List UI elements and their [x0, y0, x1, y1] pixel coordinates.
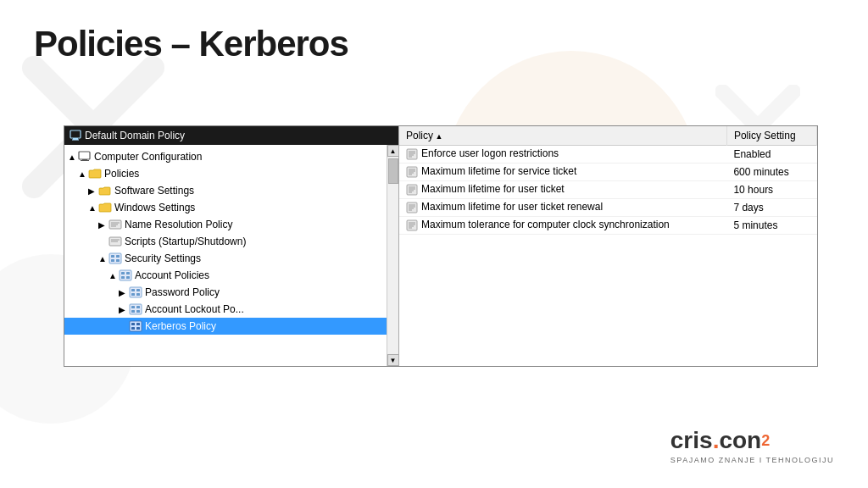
- policies-label: Policies: [104, 168, 139, 180]
- tree-scrollbar[interactable]: ▲ ▼: [387, 145, 398, 366]
- policy-name-cell: Maximum lifetime for service ticket: [399, 163, 726, 180]
- svg-rect-21: [116, 259, 120, 262]
- tree-item-scripts[interactable]: Scripts (Startup/Shutdown): [64, 233, 398, 250]
- tree-item-security-settings[interactable]: ▲ Security Settings: [64, 250, 398, 267]
- arrow-lockout: ▶: [119, 305, 129, 314]
- scrollbar-thumb[interactable]: [388, 158, 398, 184]
- scrollbar-down-arrow[interactable]: ▼: [387, 354, 399, 366]
- policy-row-icon: [406, 184, 418, 196]
- policy-setting-cell: 600 minutes: [726, 163, 816, 180]
- scripts-icon: [108, 236, 122, 247]
- computer-config-icon: [78, 151, 92, 163]
- policy-row-icon: [406, 166, 418, 178]
- svg-rect-31: [136, 293, 140, 296]
- svg-rect-35: [131, 310, 135, 313]
- windows-settings-folder-icon: [98, 202, 112, 214]
- policy-name-cell: Enforce user logon restrictions: [399, 145, 726, 163]
- tree-item-computer-config[interactable]: ▲ Computer Configuration: [64, 148, 398, 165]
- page-title: Policies – Kerberos: [34, 24, 348, 64]
- policy-col-header[interactable]: Policy: [399, 126, 726, 145]
- name-resolution-label: Name Resolution Policy: [125, 219, 232, 230]
- svg-rect-24: [126, 272, 130, 274]
- tree-header-label: Default Domain Policy: [85, 130, 185, 141]
- svg-rect-52: [407, 185, 417, 195]
- policy-table-body: Enforce user logon restrictionsEnabled M…: [399, 145, 817, 234]
- policy-row-icon: [406, 148, 418, 160]
- svg-rect-25: [121, 276, 125, 279]
- account-lockout-label: Account Lockout Po...: [145, 303, 244, 315]
- password-policy-label: Password Policy: [145, 286, 220, 298]
- logo-sup: 2: [761, 432, 770, 450]
- logo-con: con: [719, 427, 761, 454]
- account-policies-label: Account Policies: [135, 269, 209, 281]
- svg-rect-19: [116, 255, 120, 258]
- arrow-password: ▶: [119, 288, 129, 297]
- tree-item-password-policy[interactable]: ▶ Password Policy: [64, 284, 398, 301]
- tree-item-account-policies[interactable]: ▲ Account Policies: [64, 267, 398, 284]
- policy-row-icon: [406, 202, 418, 214]
- logo-dot: .: [713, 427, 720, 454]
- table-row: Maximum tolerance for computer clock syn…: [399, 216, 817, 234]
- policy-setting-col-header[interactable]: Policy Setting: [726, 126, 816, 145]
- policy-panel: Policy Policy Setting Enforce user logon…: [399, 126, 817, 366]
- logo-area: cris.con2 SPAJAMO ZNANJE I TEHNOLOGIJU: [670, 427, 834, 464]
- computer-config-label: Computer Configuration: [94, 151, 202, 163]
- svg-rect-7: [79, 152, 90, 159]
- svg-rect-42: [407, 149, 417, 159]
- logo-subtext: SPAJAMO ZNANJE I TEHNOLOGIJU: [670, 456, 834, 464]
- svg-rect-32: [130, 304, 142, 314]
- svg-rect-41: [136, 327, 140, 330]
- svg-rect-57: [407, 202, 417, 213]
- table-row: Maximum lifetime for user ticket renewal…: [399, 198, 817, 216]
- kerberos-policy-label: Kerberos Policy: [145, 320, 216, 332]
- security-settings-icon: [108, 252, 122, 264]
- logo-cris: cris: [670, 427, 713, 454]
- tree-header-icon: [70, 130, 81, 141]
- svg-rect-34: [136, 306, 140, 308]
- svg-rect-38: [131, 323, 135, 325]
- tree-item-policies[interactable]: ▲ Policies: [64, 165, 398, 182]
- svg-rect-29: [136, 289, 140, 291]
- svg-rect-47: [407, 167, 417, 177]
- policy-table: Policy Policy Setting Enforce user logon…: [399, 126, 817, 235]
- tree-item-account-lockout[interactable]: ▶ Account Lockout Po...: [64, 301, 398, 318]
- svg-rect-22: [120, 270, 131, 280]
- software-settings-folder-icon: [98, 185, 112, 197]
- tree-header: Default Domain Policy: [64, 126, 398, 145]
- svg-rect-20: [111, 259, 114, 262]
- policy-setting-cell: Enabled: [726, 145, 816, 163]
- svg-rect-40: [131, 327, 135, 330]
- svg-rect-33: [131, 306, 135, 308]
- tree-item-windows-settings[interactable]: ▲ Windows Settings: [64, 199, 398, 216]
- arrow-software: ▶: [88, 186, 98, 196]
- policy-setting-cell: 5 minutes: [726, 216, 816, 234]
- svg-rect-37: [130, 321, 142, 331]
- scrollbar-up-arrow[interactable]: ▲: [387, 145, 399, 157]
- svg-rect-62: [407, 220, 417, 230]
- svg-rect-36: [136, 310, 140, 313]
- svg-rect-17: [109, 253, 121, 263]
- table-row: Enforce user logon restrictionsEnabled: [399, 145, 817, 163]
- tree-item-software-settings[interactable]: ▶ Software Settings: [64, 182, 398, 199]
- name-resolution-icon: [108, 219, 122, 230]
- table-row: Maximum lifetime for user ticket10 hours: [399, 180, 817, 198]
- table-row: Maximum lifetime for service ticket600 m…: [399, 163, 817, 180]
- tree-item-kerberos-policy[interactable]: Kerberos Policy: [64, 318, 398, 335]
- policies-folder-icon: [88, 168, 102, 180]
- arrow-security: ▲: [98, 254, 108, 263]
- svg-rect-4: [70, 130, 81, 138]
- policy-row-icon: [406, 219, 418, 231]
- tree-item-name-resolution[interactable]: ▶ Name Resolution Policy: [64, 216, 398, 233]
- windows-settings-label: Windows Settings: [114, 202, 195, 214]
- tree-body[interactable]: ▲ Computer Configuration ▲ Policies: [64, 145, 398, 338]
- account-policies-icon: [119, 269, 132, 281]
- tree-panel: Default Domain Policy ▲ Computer Configu…: [64, 126, 399, 366]
- main-panel: Default Domain Policy ▲ Computer Configu…: [64, 125, 818, 367]
- policy-setting-cell: 10 hours: [726, 180, 816, 198]
- logo-text: cris.con2: [670, 427, 834, 454]
- arrow-name-resolution: ▶: [98, 220, 108, 230]
- security-settings-label: Security Settings: [125, 252, 201, 264]
- svg-rect-18: [111, 255, 114, 258]
- policy-name-cell: Maximum lifetime for user ticket: [399, 180, 726, 198]
- software-settings-label: Software Settings: [114, 185, 194, 197]
